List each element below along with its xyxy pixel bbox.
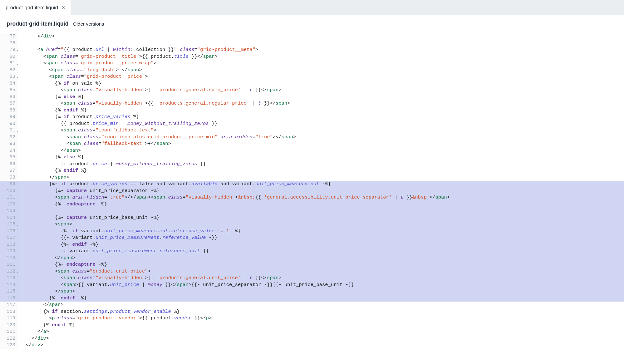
code-content[interactable]: </div> xyxy=(18,342,624,349)
code-content[interactable]: {% endif %} xyxy=(18,107,624,114)
code-content[interactable]: <span class="icon-fallback-text"> xyxy=(18,127,624,134)
code-line[interactable]: 97 {% endif %} xyxy=(0,167,624,174)
code-content[interactable]: </span> xyxy=(18,174,624,181)
code-line[interactable]: 104 {%- capture unit_price_base_unit -%} xyxy=(0,214,624,221)
code-line[interactable]: 121 </a> xyxy=(0,328,624,335)
code-line[interactable]: 78 xyxy=(0,40,624,47)
code-line[interactable]: 90 {{ product.price_min | money_without_… xyxy=(0,121,624,127)
code-line[interactable]: 98 </span> xyxy=(0,174,624,181)
code-line[interactable]: 82 <span class="long-dash">—</span> xyxy=(0,67,624,74)
code-line[interactable]: 100 {%- capture unit_price_separator -%} xyxy=(0,188,624,194)
code-content[interactable]: {%- endif -%} xyxy=(18,241,624,248)
code-line[interactable]: 122 </div> xyxy=(0,335,624,342)
code-line[interactable]: 94 </span> xyxy=(0,147,624,154)
code-content[interactable]: {{- variant.unit_price_measurement.refer… xyxy=(18,234,624,241)
code-content[interactable]: {%- if variant.unit_price_measurement.re… xyxy=(18,228,624,235)
code-content[interactable]: </span> xyxy=(18,147,624,154)
older-versions-link[interactable]: Older versions xyxy=(73,21,104,27)
line-number: 112▾ xyxy=(0,268,18,275)
code-content[interactable]: <span class="grid-product__price-wrap"> xyxy=(18,60,624,67)
code-line[interactable]: 79▾ <a href="{{ product.url | within: co… xyxy=(0,47,624,53)
code-content[interactable] xyxy=(18,40,624,47)
code-content[interactable]: {%- capture unit_price_separator -%} xyxy=(18,188,624,194)
code-line[interactable]: 109 {{ variant.unit_price_measurement.re… xyxy=(0,248,624,255)
code-content[interactable]: </div> xyxy=(18,33,624,40)
code-content[interactable]: {% else %} xyxy=(18,94,624,101)
code-line[interactable]: 118 {% if section.settings.product_vendo… xyxy=(0,308,624,315)
code-line[interactable]: 77 </div> xyxy=(0,33,624,40)
code-content[interactable]: <span class="visually-hidden">{{ 'produc… xyxy=(18,100,624,107)
code-line[interactable]: 114 <span>{{ variant.unit_price | money … xyxy=(0,282,624,288)
code-line[interactable]: 101 <span aria-hidden="true">/</span><sp… xyxy=(0,194,624,201)
code-content[interactable]: {% else %} xyxy=(18,154,624,161)
code-content[interactable]: <span class="visually-hidden">{{ 'produc… xyxy=(18,87,624,94)
code-content[interactable]: <span class="fallback-text">+</span> xyxy=(18,140,624,147)
code-line[interactable]: 111 {%- endcapture -%} xyxy=(0,261,624,268)
code-content[interactable]: {{ variant.unit_price_measurement.refere… xyxy=(18,248,624,255)
code-content[interactable]: {% endif %} xyxy=(18,167,624,174)
code-content[interactable]: <span class="grid-product__title">{{ pro… xyxy=(18,53,624,60)
code-content[interactable]: </a> xyxy=(18,328,624,335)
code-content[interactable]: {% if product.price_varies %} xyxy=(18,114,624,121)
code-content[interactable]: {% if on_sale %} xyxy=(18,80,624,87)
code-content[interactable]: <span> xyxy=(18,221,624,228)
code-content[interactable]: </span> xyxy=(18,302,624,308)
code-line[interactable]: 119 <p class="grid-product__vendor">{{ p… xyxy=(0,315,624,322)
code-content[interactable] xyxy=(18,208,624,214)
code-line[interactable]: 96 {{ product.price | money_without_trai… xyxy=(0,161,624,168)
code-line[interactable]: 117 </span> xyxy=(0,302,624,308)
code-content[interactable]: {%- if product.price_varies == false and… xyxy=(18,181,624,188)
code-line[interactable]: 123 </div> xyxy=(0,342,624,349)
code-content[interactable]: <span class="icon icon-plus grid-product… xyxy=(18,134,624,141)
code-content[interactable]: </span> xyxy=(18,255,624,262)
code-content[interactable]: <span aria-hidden="true">/</span><span c… xyxy=(18,194,624,201)
code-content[interactable]: {%- endcapture -%} xyxy=(18,201,624,208)
code-content[interactable]: {% endif %} xyxy=(18,322,624,329)
code-content[interactable]: <span>{{ variant.unit_price | money }}</… xyxy=(18,282,624,288)
code-line[interactable]: 95 {% else %} xyxy=(0,154,624,161)
code-line[interactable]: 116 {%- endif -%} xyxy=(0,295,624,302)
code-content[interactable]: <span class="long-dash">—</span> xyxy=(18,67,624,74)
code-content[interactable]: {%- capture unit_price_base_unit -%} xyxy=(18,214,624,221)
code-content[interactable]: <p class="grid-product__vendor">{{ produ… xyxy=(18,315,624,322)
code-content[interactable]: {{ product.price | money_without_trailin… xyxy=(18,161,624,168)
code-line[interactable]: 110 </span> xyxy=(0,255,624,262)
code-content[interactable]: <span class="grid-product__price"> xyxy=(18,73,624,80)
code-editor[interactable]: 77 </div>78 79▾ <a href="{{ product.url … xyxy=(0,33,624,349)
code-content[interactable]: {%- endcapture -%} xyxy=(18,261,624,268)
code-content[interactable]: {% if section.settings.product_vendor_en… xyxy=(18,308,624,315)
line-number: 101 xyxy=(0,194,18,201)
code-line[interactable]: 120 {% endif %} xyxy=(0,322,624,329)
code-line[interactable]: 81▾ <span class="grid-product__price-wra… xyxy=(0,60,624,67)
code-content[interactable]: </span> xyxy=(18,288,624,295)
code-line[interactable]: 99 {%- if product.price_varies == false … xyxy=(0,181,624,188)
code-line[interactable]: 87 <span class="visually-hidden">{{ 'pro… xyxy=(0,100,624,107)
code-line[interactable]: 84 {% if on_sale %} xyxy=(0,80,624,87)
code-line[interactable]: 89 {% if product.price_varies %} xyxy=(0,114,624,121)
code-line[interactable]: 93 <span class="fallback-text">+</span> xyxy=(0,140,624,147)
code-line[interactable]: 106 {%- if variant.unit_price_measuremen… xyxy=(0,228,624,235)
code-line[interactable]: 85 <span class="visually-hidden">{{ 'pro… xyxy=(0,87,624,94)
code-content[interactable]: <span class="product-unit-price"> xyxy=(18,268,624,275)
code-line[interactable]: 113 <span class="visually-hidden">{{ 'pr… xyxy=(0,275,624,282)
code-content[interactable]: {%- endif -%} xyxy=(18,295,624,302)
code-line[interactable]: 103 xyxy=(0,208,624,214)
code-content[interactable]: <span class="visually-hidden">{{ 'produc… xyxy=(18,275,624,282)
code-line[interactable]: 115 </span> xyxy=(0,288,624,295)
code-line[interactable]: 86 {% else %} xyxy=(0,94,624,101)
code-line[interactable]: 88 {% endif %} xyxy=(0,107,624,114)
code-content[interactable]: <a href="{{ product.url | within: collec… xyxy=(18,47,624,53)
code-content[interactable]: </div> xyxy=(18,335,624,342)
tab-active[interactable]: product-grid-item.liquid × xyxy=(0,0,71,15)
code-line[interactable]: 108 {%- endif -%} xyxy=(0,241,624,248)
code-line[interactable]: 83▾ <span class="grid-product__price"> xyxy=(0,73,624,80)
code-line[interactable]: 112▾ <span class="product-unit-price"> xyxy=(0,268,624,275)
code-line[interactable]: 102 {%- endcapture -%} xyxy=(0,201,624,208)
code-line[interactable]: 105▾ <span> xyxy=(0,221,624,228)
close-icon[interactable]: × xyxy=(62,5,65,10)
code-line[interactable]: 91▾ <span class="icon-fallback-text"> xyxy=(0,127,624,134)
code-line[interactable]: 107 {{- variant.unit_price_measurement.r… xyxy=(0,234,624,241)
code-content[interactable]: {{ product.price_min | money_without_tra… xyxy=(18,121,624,127)
code-line[interactable]: 92 <span class="icon icon-plus grid-prod… xyxy=(0,134,624,141)
code-line[interactable]: 80 <span class="grid-product__title">{{ … xyxy=(0,53,624,60)
